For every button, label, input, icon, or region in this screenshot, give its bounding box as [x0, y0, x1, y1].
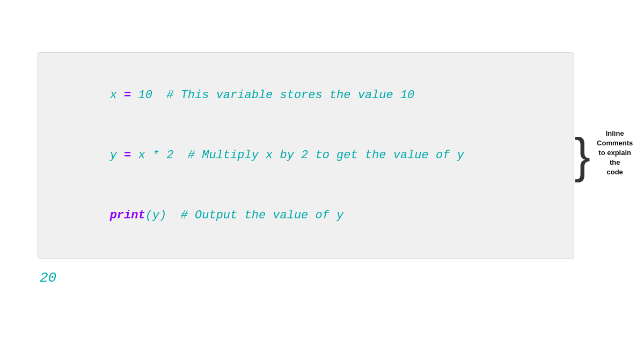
code-10: 10 — [131, 89, 166, 102]
code-comment-1: # This variable stores the value 10 — [166, 89, 414, 102]
code-line-2: y = x * 2 # Multiply x by 2 to get the v… — [53, 126, 559, 186]
output-value: 20 — [40, 270, 56, 286]
main-container: x = 10 # This variable stores the value … — [27, 52, 617, 286]
code-y: y — [110, 149, 124, 162]
brace-annotation-container: } Inline Comments to explain the code — [574, 131, 633, 180]
code-line-3: print(y) # Output the value of y — [53, 186, 559, 246]
curly-brace-icon: } — [574, 131, 590, 180]
code-comment-3: # Output the value of y — [181, 209, 344, 222]
code-print-keyword: print — [110, 209, 145, 222]
annotation-label: Inline Comments to explain the code — [597, 129, 633, 178]
code-print-args: (y) — [145, 209, 181, 222]
output-section: 20 — [38, 270, 56, 286]
code-box: x = 10 # This variable stores the value … — [38, 52, 574, 260]
code-x: x — [110, 89, 124, 102]
code-comment-2: # Multiply x by 2 to get the value of y — [188, 149, 464, 162]
code-x-times-2: x * 2 — [131, 149, 188, 162]
code-area: x = 10 # This variable stores the value … — [38, 52, 617, 260]
code-equals-2: = — [124, 149, 131, 162]
code-equals-1: = — [124, 89, 131, 102]
code-line-1: x = 10 # This variable stores the value … — [53, 65, 559, 126]
